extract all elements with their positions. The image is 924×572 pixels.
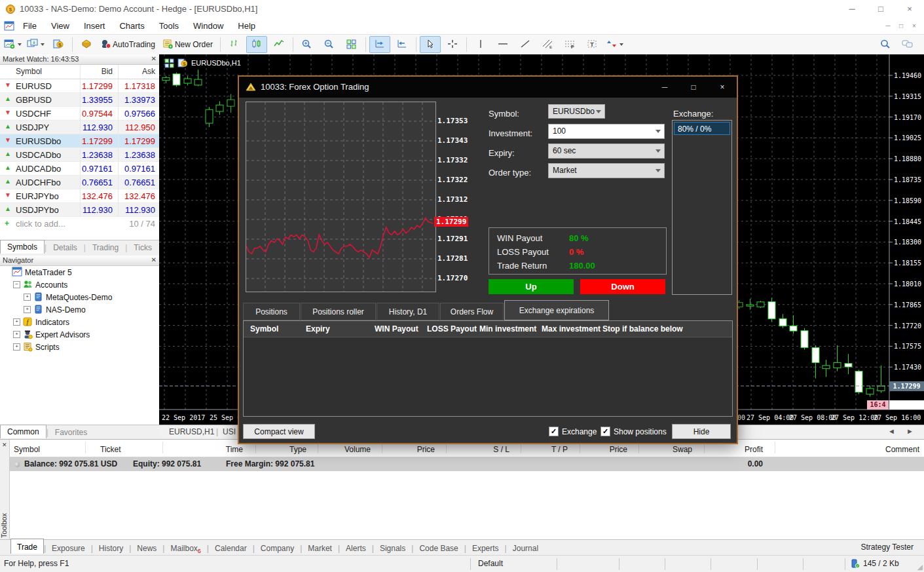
line-chart-button[interactable]: [268, 36, 289, 53]
auto-scroll-button[interactable]: [369, 36, 390, 53]
tree-item-expert-advisors[interactable]: +Expert Advisors: [0, 328, 159, 341]
tree-item-indicators[interactable]: +fIndicators: [0, 316, 159, 328]
trend-line-button[interactable]: [515, 36, 536, 53]
market-watch-header[interactable]: Market Watch: 16:43:53 ✕: [0, 54, 159, 65]
dialog-tab-positions[interactable]: Positions: [243, 303, 300, 320]
toolbox-tab-alerts[interactable]: Alerts: [340, 541, 372, 555]
expand-icon[interactable]: +: [24, 306, 31, 313]
market-watch-row[interactable]: ▲USDCADbo1.236381.23638: [0, 148, 159, 162]
dialog-tab-exchange-expirations[interactable]: Exchange expirations: [504, 300, 609, 320]
search-button[interactable]: [875, 36, 896, 53]
market-watch-row[interactable]: ▼USDCHF0.975440.97566: [0, 107, 159, 121]
scroll-right-icon[interactable]: ►: [906, 427, 914, 435]
zoom-out-button[interactable]: [319, 36, 340, 53]
toolbox-rail-label[interactable]: Toolbox: [0, 513, 9, 538]
expand-icon[interactable]: +: [13, 318, 20, 326]
market-watch-row[interactable]: ▼EURJPYbo132.476132.476: [0, 189, 159, 203]
tab-details[interactable]: Details: [46, 241, 84, 254]
menu-tools[interactable]: Tools: [152, 18, 186, 33]
exchange-list[interactable]: 80% / 0%: [672, 120, 732, 295]
text-label-button[interactable]: T: [582, 36, 602, 53]
market-watch-row[interactable]: ▲USDJPYbo112.930112.930: [0, 203, 159, 217]
chart-tab-next[interactable]: USI: [223, 427, 236, 436]
child-restore-button[interactable]: □: [895, 21, 907, 31]
tab-trading[interactable]: Trading: [86, 241, 125, 254]
expand-icon[interactable]: +: [13, 331, 20, 338]
minimize-button[interactable]: ─: [838, 0, 866, 18]
scroll-left-icon[interactable]: ◄: [888, 427, 895, 435]
chat-button[interactable]: [897, 36, 918, 53]
toolbox-tab-mailbox[interactable]: Mailbox6: [164, 541, 206, 556]
autotrading-button[interactable]: AutoTrading: [98, 36, 159, 53]
toolbox-tab-trade[interactable]: Trade: [10, 539, 44, 554]
tab-favorites[interactable]: Favorites: [48, 426, 94, 439]
fibonacci-button[interactable]: F: [559, 36, 580, 53]
market-watch-row[interactable]: ▲AUDCHFbo0.766510.76651: [0, 176, 159, 189]
menu-file[interactable]: File: [16, 18, 44, 33]
market-watch-row[interactable]: ▲AUDCADbo0.971610.97161: [0, 162, 159, 176]
toolbox-tab-history[interactable]: History: [93, 541, 129, 555]
vertical-line-button[interactable]: [470, 36, 491, 53]
compact-view-button[interactable]: Compact view: [243, 424, 315, 439]
menu-charts[interactable]: Charts: [112, 18, 151, 33]
chart-tab-eurusd[interactable]: EURUSD,H1: [169, 427, 214, 436]
dialog-minimize-button[interactable]: ─: [650, 77, 679, 98]
expiry-select[interactable]: 60 sec: [548, 143, 665, 159]
tab-ticks[interactable]: Ticks: [127, 241, 158, 254]
hide-button[interactable]: Hide: [672, 424, 731, 439]
dialog-tab-orders-flow[interactable]: Orders Flow: [440, 303, 504, 320]
expirations-table[interactable]: SymbolExpiryWIN PayoutLOSS PayoutMin inv…: [243, 320, 733, 417]
chevron-down-icon[interactable]: [41, 43, 45, 46]
toolbox-tab-signals[interactable]: Signals: [374, 541, 411, 555]
market-depth-button[interactable]: $: [48, 36, 69, 53]
balance-row[interactable]: Balance: 992 075.81 USD Equity: 992 075.…: [10, 457, 924, 471]
chevron-down-icon[interactable]: [619, 43, 623, 46]
expand-icon[interactable]: +: [24, 294, 31, 301]
crosshair-button[interactable]: [442, 36, 463, 53]
close-icon[interactable]: ✕: [151, 55, 157, 62]
toolbox-tab-exposure[interactable]: Exposure: [46, 541, 91, 555]
exchange-checkbox[interactable]: ✓ Exchange: [549, 427, 597, 436]
dialog-title-bar[interactable]: 10033: Forex Option Trading ─□×: [239, 77, 737, 98]
chart-window-icon[interactable]: [4, 21, 14, 31]
tree-item-metaquotes-demo[interactable]: +MetaQuotes-Demo: [0, 291, 159, 303]
market-watch-column-header[interactable]: Symbol Bid Ask: [0, 65, 159, 79]
arrows-button[interactable]: [604, 36, 625, 53]
tree-item-scripts[interactable]: +Scripts: [0, 341, 159, 353]
toolbox-tab-code-base[interactable]: Code Base: [413, 541, 464, 555]
navigator-header[interactable]: Navigator ✕: [0, 256, 159, 266]
cursor-button[interactable]: [420, 36, 441, 53]
tree-item-nas-demo[interactable]: +NAS-Demo: [0, 303, 159, 316]
new-chart-button[interactable]: [2, 36, 24, 53]
toolbox-tab-news[interactable]: News: [131, 541, 162, 555]
bar-chart-button[interactable]: [224, 36, 245, 53]
collapse-icon[interactable]: −: [13, 281, 20, 288]
child-minimize-button[interactable]: ─: [882, 21, 894, 31]
toolbox-tab-experts[interactable]: Experts: [466, 541, 505, 555]
market-watch-row[interactable]: ▲USDJPY112.930112.950: [0, 121, 159, 134]
horizontal-line-button[interactable]: [492, 36, 513, 53]
market-watch-row[interactable]: ▼EURUSDbo1.172991.17299: [0, 134, 159, 148]
dialog-tab-history-d1[interactable]: History, D1: [377, 303, 439, 320]
chevron-down-icon[interactable]: [18, 43, 22, 46]
chart-shift-button[interactable]: [392, 36, 413, 53]
candle-chart-button[interactable]: [246, 36, 267, 53]
click-to-add-row[interactable]: + click to add... 10 / 74: [0, 217, 159, 230]
strategy-tester-link[interactable]: Strategy Tester: [861, 543, 914, 552]
close-button[interactable]: ×: [895, 0, 924, 18]
tree-item-accounts[interactable]: −Accounts: [0, 278, 159, 291]
maximize-button[interactable]: □: [866, 0, 895, 18]
profiles-button[interactable]: [25, 36, 46, 53]
equidistant-channel-button[interactable]: E: [537, 36, 558, 53]
toolbox-tab-journal[interactable]: Journal: [507, 541, 544, 555]
dialog-tab-positions-roller[interactable]: Positions roller: [301, 303, 376, 320]
close-icon[interactable]: ✕: [2, 442, 7, 448]
dialog-maximize-button[interactable]: □: [679, 77, 708, 98]
expand-icon[interactable]: +: [13, 343, 20, 351]
zoom-in-button[interactable]: [297, 36, 318, 53]
symbol-select[interactable]: EURUSDbo: [548, 104, 605, 119]
tree-item-metatrader-5[interactable]: MetaTrader 5: [0, 266, 159, 278]
tab-symbols[interactable]: Symbols: [0, 240, 45, 254]
toolbox-tab-company[interactable]: Company: [255, 541, 300, 555]
up-button[interactable]: Up: [489, 279, 574, 294]
